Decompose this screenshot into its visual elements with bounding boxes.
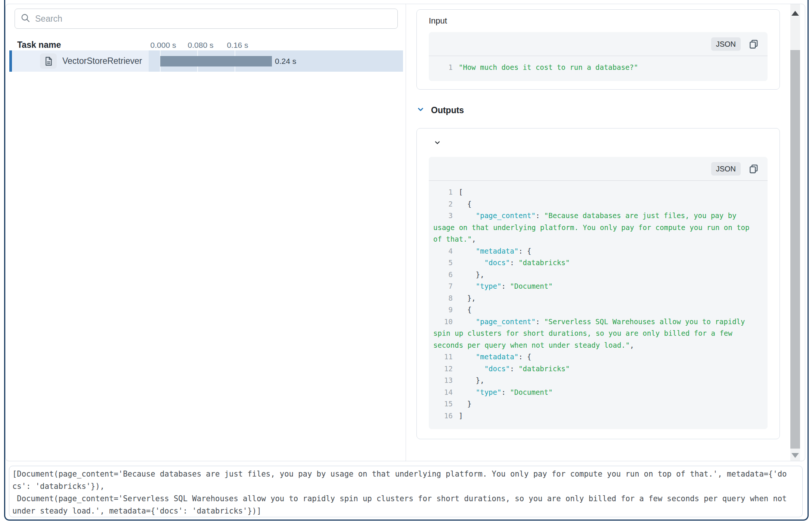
scrollbar-down-arrow-icon[interactable] bbox=[791, 453, 799, 458]
code-line: 2 { bbox=[433, 198, 756, 210]
timeline-tick-0: 0.000 s bbox=[151, 41, 176, 50]
code-line: 12 "docs": "databricks" bbox=[433, 363, 756, 375]
format-badge-json[interactable]: JSON bbox=[711, 162, 741, 176]
code-line: 5 "docs": "databricks" bbox=[433, 257, 756, 269]
search-input[interactable] bbox=[35, 14, 392, 24]
search-box[interactable] bbox=[15, 9, 398, 29]
code-line: 10 "page_content": "Serverless SQL Wareh… bbox=[433, 316, 756, 351]
trace-viewer-frame: Task name 0.000 s 0.080 s 0.16 s bbox=[5, 4, 805, 461]
outputs-codeblock: JSON 1[2 {3 "page_content": "Because dat… bbox=[429, 157, 768, 429]
input-card: Input JSON 1"How much does it cost bbox=[416, 9, 780, 90]
chevron-down-icon[interactable] bbox=[434, 139, 441, 148]
outputs-card: JSON 1[2 {3 "page_content": "Because dat… bbox=[416, 128, 780, 439]
cell-text-output-panel: [Document(page_content='Because database… bbox=[9, 466, 803, 517]
task-duration-bar bbox=[160, 56, 272, 66]
search-icon bbox=[20, 13, 31, 25]
chevron-down-icon[interactable] bbox=[416, 105, 425, 115]
task-row-vectorstoreretriever[interactable]: VectorStoreRetriever 0.24 s bbox=[9, 50, 403, 72]
document-icon bbox=[40, 53, 57, 69]
code-line: 1[ bbox=[433, 186, 756, 198]
trace-viewer-page: Task name 0.000 s 0.080 s 0.16 s bbox=[0, 0, 812, 524]
timeline-pane: Task name 0.000 s 0.080 s 0.16 s bbox=[6, 4, 406, 461]
copy-icon[interactable] bbox=[748, 38, 759, 50]
task-name-cell: VectorStoreRetriever bbox=[12, 50, 149, 72]
code-line: 1"How much does it cost to run a databas… bbox=[433, 62, 756, 74]
code-line: 14 "type": "Document" bbox=[433, 387, 756, 399]
details-scrollbar[interactable] bbox=[790, 4, 800, 461]
outputs-section-header[interactable]: Outputs bbox=[416, 105, 780, 116]
code-line: 9 { bbox=[433, 304, 756, 316]
scrollbar-up-arrow-icon[interactable] bbox=[791, 11, 799, 16]
details-pane: Input JSON 1"How much does it cost bbox=[406, 4, 805, 461]
outputs-code-body: 1[2 {3 "page_content": "Because database… bbox=[429, 181, 768, 429]
details-content: Input JSON 1"How much does it cost bbox=[406, 4, 790, 461]
code-line: 11 "metadata": { bbox=[433, 351, 756, 363]
copy-icon[interactable] bbox=[748, 163, 759, 174]
outputs-collapse-toggle[interactable] bbox=[434, 140, 768, 147]
code-line: 15 } bbox=[433, 398, 756, 410]
outputs-codeblock-toolbar: JSON bbox=[429, 157, 768, 181]
code-line: 3 "page_content": "Because databases are… bbox=[433, 210, 756, 245]
task-name-label: VectorStoreRetriever bbox=[62, 56, 142, 66]
code-line: 7 "type": "Document" bbox=[433, 280, 756, 292]
cell-text-output: [Document(page_content='Because database… bbox=[12, 468, 789, 517]
code-line: 8 }, bbox=[433, 292, 756, 304]
code-line: 4 "metadata": { bbox=[433, 245, 756, 257]
scrollbar-thumb[interactable] bbox=[790, 50, 800, 449]
code-line: 6 }, bbox=[433, 269, 756, 281]
format-badge-json[interactable]: JSON bbox=[711, 37, 741, 51]
code-line: 16] bbox=[433, 410, 756, 422]
task-duration-label: 0.24 s bbox=[275, 50, 296, 72]
code-line: 13 }, bbox=[433, 375, 756, 387]
input-code-body: 1"How much does it cost to run a databas… bbox=[429, 56, 768, 81]
task-timeline-cell: 0.24 s bbox=[149, 50, 403, 72]
input-codeblock-toolbar: JSON bbox=[429, 32, 768, 56]
input-section-title: Input bbox=[429, 16, 768, 26]
timeline-tick-1: 0.080 s bbox=[188, 41, 214, 50]
selected-row-indicator bbox=[9, 50, 12, 72]
outputs-section-title: Outputs bbox=[431, 105, 464, 115]
task-name-column-header: Task name bbox=[17, 40, 61, 50]
input-codeblock: JSON 1"How much does it cost to run a da… bbox=[429, 32, 768, 81]
timeline-tick-2: 0.16 s bbox=[227, 41, 248, 50]
